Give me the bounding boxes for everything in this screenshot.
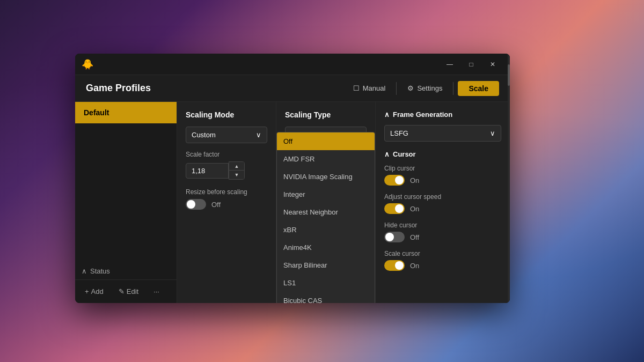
sidebar: Default ∧ Status + Add ✎ Edit — [75, 102, 177, 303]
dropdown-item-bicubic-cas[interactable]: Bicubic CAS — [277, 292, 375, 303]
settings-button[interactable]: ⚙ Settings — [401, 81, 449, 95]
sidebar-footer: + Add ✎ Edit ··· — [75, 279, 177, 303]
dropdown-item-sharp-bilinear[interactable]: Sharp Bilinear — [277, 256, 375, 274]
close-button[interactable]: ✕ — [482, 56, 503, 72]
dropdown-item-integer[interactable]: Integer — [277, 186, 375, 203]
increment-button[interactable]: ▲ — [229, 162, 244, 171]
clip-cursor-row: On — [384, 175, 501, 186]
scaling-type-title: Scaling Type — [285, 110, 367, 119]
status-section: ∧ Status — [75, 263, 177, 279]
add-button[interactable]: + Add — [82, 285, 107, 298]
scale-cursor-row: On — [384, 260, 501, 271]
app-window: 🐥 — □ ✕ Game Profiles ☐ Manual ⚙ Setting… — [75, 54, 510, 303]
cursor-option-clip: Clip cursor On — [384, 165, 501, 186]
hide-cursor-row: Off — [384, 232, 501, 242]
header-divider-2 — [453, 82, 453, 95]
cursor-option-scale: Scale cursor On — [384, 250, 501, 271]
cursor-section: ∧ Cursor Clip cursor On — [384, 150, 501, 271]
scale-factor-input[interactable] — [186, 163, 229, 179]
frame-gen-select[interactable]: LSFG ∨ — [384, 125, 501, 142]
scale-factor-row: ▲ ▼ — [186, 161, 267, 180]
scaling-type-dropdown: Off AMD FSR NVIDIA Image Scaling Integer… — [276, 132, 375, 303]
minimize-button[interactable]: — — [439, 56, 460, 72]
header-divider — [396, 82, 397, 95]
title-bar-controls: — □ ✕ — [439, 56, 503, 72]
header-actions: ☐ Manual ⚙ Settings Scale — [347, 81, 499, 96]
frame-gen-title: ∧ Frame Generation — [384, 110, 501, 119]
adjust-cursor-value: On — [410, 205, 419, 213]
title-bar: 🐥 — □ ✕ — [75, 54, 510, 75]
toggle-knob-scale — [395, 261, 404, 270]
scale-factor-stepper: ▲ ▼ — [229, 161, 245, 180]
dropdown-item-off[interactable]: Off — [277, 132, 375, 150]
scale-cursor-label: Scale cursor — [384, 250, 501, 257]
scroll-indicator[interactable] — [508, 102, 510, 303]
edit-label: Edit — [127, 287, 138, 295]
hide-cursor-label: Hide cursor — [384, 221, 501, 229]
resize-label: Resize before scaling — [186, 188, 267, 196]
clip-cursor-value: On — [410, 176, 419, 184]
clip-cursor-toggle[interactable] — [384, 175, 405, 186]
cursor-title: ∧ Cursor — [384, 150, 501, 158]
dropdown-item-anime4k[interactable]: Anime4K — [277, 239, 375, 256]
resize-value: Off — [211, 201, 221, 209]
frame-gen-value: LSFG — [390, 129, 408, 137]
app-logo: 🐥 — [82, 58, 93, 70]
edit-button[interactable]: ✎ Edit — [115, 285, 142, 298]
chevron-up-icon-2: ∧ — [384, 110, 390, 119]
scaling-mode-select[interactable]: Custom ∨ — [186, 127, 267, 143]
toggle-knob-hide — [385, 233, 394, 241]
gear-icon: ⚙ — [407, 84, 414, 92]
sidebar-item-default[interactable]: Default — [75, 102, 177, 123]
cursor-label: Cursor — [393, 150, 416, 158]
toggle-knob-clip — [395, 176, 404, 184]
app-title: Game Profiles — [86, 83, 151, 94]
scale-cursor-toggle[interactable] — [384, 260, 405, 271]
frame-gen-label: Frame Generation — [393, 110, 452, 119]
right-section: ∧ Frame Generation LSFG ∨ ∧ Cursor Clip … — [376, 102, 510, 303]
scaling-mode-section: Scaling Mode Custom ∨ Scale factor ▲ ▼ R… — [177, 102, 276, 303]
more-button[interactable]: ··· — [150, 285, 163, 298]
decrement-button[interactable]: ▼ — [229, 171, 244, 179]
clip-cursor-label: Clip cursor — [384, 165, 501, 172]
manual-label: Manual — [363, 84, 386, 92]
adjust-cursor-toggle[interactable] — [384, 203, 405, 214]
resize-toggle[interactable] — [186, 199, 206, 210]
app-header: Game Profiles ☐ Manual ⚙ Settings Scale — [75, 75, 510, 102]
dropdown-item-nvidia[interactable]: NVIDIA Image Scaling — [277, 168, 375, 186]
chevron-down-icon-3: ∨ — [490, 129, 495, 137]
edit-icon: ✎ — [119, 287, 125, 295]
main-panel: Scaling Mode Custom ∨ Scale factor ▲ ▼ R… — [177, 102, 510, 303]
app-body: Default ∧ Status + Add ✎ Edit — [75, 102, 510, 303]
toggle-knob-adjust — [395, 204, 404, 213]
chevron-up-icon-3: ∧ — [384, 150, 390, 158]
chevron-down-icon: ∨ — [256, 131, 261, 139]
settings-label: Settings — [417, 84, 442, 92]
adjust-cursor-row: On — [384, 203, 501, 214]
maximize-button[interactable]: □ — [460, 56, 482, 72]
dropdown-item-ls1[interactable]: LS1 — [277, 274, 375, 292]
manual-icon: ☐ — [353, 84, 360, 92]
cursor-option-adjust: Adjust cursor speed On — [384, 193, 501, 214]
cursor-option-hide: Hide cursor Off — [384, 221, 501, 242]
scaling-mode-value: Custom — [192, 131, 216, 139]
add-label: Add — [91, 287, 104, 295]
manual-button[interactable]: ☐ Manual — [347, 81, 392, 95]
dropdown-item-amd-fsr[interactable]: AMD FSR — [277, 150, 375, 168]
adjust-cursor-label: Adjust cursor speed — [384, 193, 501, 201]
scale-cursor-value: On — [410, 262, 419, 270]
toggle-knob — [187, 200, 195, 209]
dropdown-item-xbr[interactable]: xBR — [277, 221, 375, 239]
chevron-up-icon: ∧ — [82, 267, 87, 275]
dropdown-item-nearest-neighbor[interactable]: Nearest Neighbor — [277, 203, 375, 221]
more-icon: ··· — [153, 287, 159, 295]
resize-toggle-row: Off — [186, 199, 267, 210]
plus-icon: + — [85, 287, 89, 295]
scaling-type-section: Scaling Type Off ∨ Off AMD FSR NVIDIA Im… — [276, 102, 376, 303]
hide-cursor-toggle[interactable] — [384, 232, 405, 242]
scale-button[interactable]: Scale — [458, 81, 499, 96]
status-label: Status — [90, 267, 110, 275]
scaling-mode-title: Scaling Mode — [186, 110, 267, 119]
scale-factor-label: Scale factor — [186, 151, 267, 158]
hide-cursor-value: Off — [410, 233, 419, 241]
